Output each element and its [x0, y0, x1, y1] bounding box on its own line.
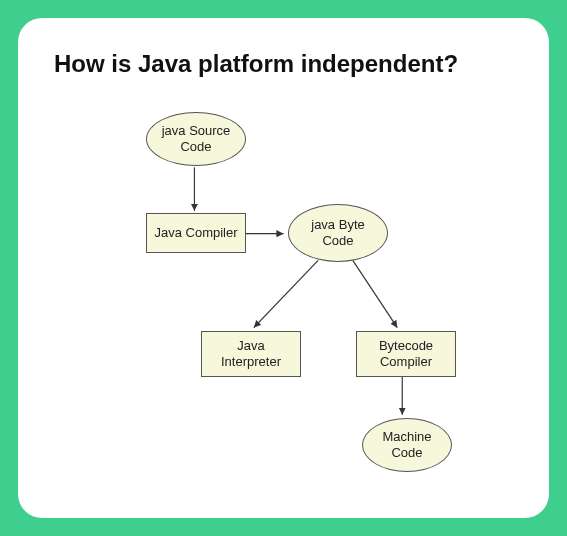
- node-label: Java Interpreter: [208, 338, 294, 371]
- diagram-card: How is Java platform independent? java S…: [18, 18, 549, 518]
- node-label: java Source Code: [153, 123, 239, 156]
- node-label: Machine Code: [369, 429, 445, 462]
- node-label: Java Compiler: [154, 225, 237, 241]
- diagram-title: How is Java platform independent?: [54, 50, 521, 78]
- node-java-compiler: Java Compiler: [146, 213, 246, 253]
- node-machine-code: Machine Code: [362, 418, 452, 472]
- node-bytecode-compiler: Bytecode Compiler: [356, 331, 456, 377]
- flow-diagram: java Source Code Java Compiler java Byte…: [46, 88, 521, 498]
- svg-line-2: [254, 260, 318, 327]
- node-label: Bytecode Compiler: [363, 338, 449, 371]
- node-bytecode: java Byte Code: [288, 204, 388, 262]
- node-java-interpreter: Java Interpreter: [201, 331, 301, 377]
- svg-line-3: [353, 260, 398, 327]
- node-label: java Byte Code: [295, 217, 381, 250]
- node-source-code: java Source Code: [146, 112, 246, 166]
